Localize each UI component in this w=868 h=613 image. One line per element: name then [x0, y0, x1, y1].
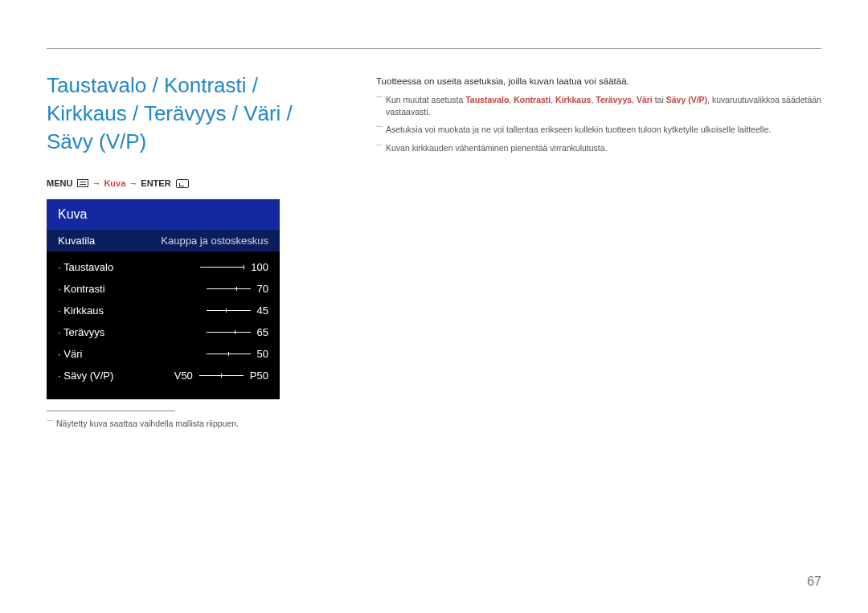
page-number: 67: [807, 574, 821, 589]
page-title: Taustavalo / Kontrasti / Kirkkaus / Terä…: [47, 72, 328, 156]
osd-tint-left: V50: [174, 370, 193, 382]
osd-tint-row[interactable]: Sävy (V/P)V50P50: [58, 365, 268, 386]
breadcrumb-enter: ENTER: [141, 178, 170, 188]
osd-slider-label: Väri: [58, 348, 82, 360]
bullet-2: Asetuksia voi muokata ja ne voi tallenta…: [376, 124, 821, 136]
footnote-left: Näytetty kuva saattaa vaihdella mallista…: [47, 418, 328, 430]
slider-track[interactable]: [207, 353, 251, 354]
bullet-1: Kun muutat asetusta Taustavalo, Kontrast…: [376, 94, 821, 117]
menu-icon: [77, 179, 88, 187]
slider-track[interactable]: [207, 332, 251, 333]
osd-slider-value: 45: [257, 304, 268, 317]
osd-panel: Kuva Kuvatila Kauppa ja ostoskeskus Taus…: [47, 199, 280, 399]
osd-slider-label: Kirkkaus: [58, 304, 104, 317]
osd-slider-row[interactable]: Kirkkaus45: [58, 300, 268, 321]
chevron-right-icon: →: [92, 178, 100, 188]
osd-slider-value: 65: [257, 326, 268, 338]
chevron-right-icon: →: [129, 178, 137, 188]
osd-slider-row[interactable]: Kontrasti70: [58, 278, 268, 300]
intro-text: Tuotteessa on useita asetuksia, joilla k…: [376, 76, 821, 86]
breadcrumb-kuva: Kuva: [104, 178, 125, 188]
osd-slider-value: 50: [257, 348, 268, 360]
osd-title: Kuva: [47, 199, 280, 230]
breadcrumb: MENU → Kuva → ENTER: [47, 178, 328, 188]
osd-slider-row[interactable]: Taustavalo100: [58, 256, 268, 278]
osd-slider-value: 100: [251, 261, 268, 273]
slider-track[interactable]: [207, 310, 251, 311]
osd-slider-value: 70: [257, 283, 268, 295]
slider-track[interactable]: [207, 288, 251, 289]
enter-icon: [176, 179, 189, 188]
osd-slider-label: Terävyys: [58, 326, 104, 338]
osd-tint-label: Sävy (V/P): [58, 370, 113, 382]
breadcrumb-menu: MENU: [47, 178, 72, 188]
osd-slider-label: Taustavalo: [58, 261, 113, 273]
osd-mode-label: Kuvatila: [58, 235, 95, 247]
osd-slider-row[interactable]: Väri50: [58, 343, 268, 365]
osd-mode-value: Kauppa ja ostoskeskus: [161, 235, 268, 247]
osd-mode-row[interactable]: Kuvatila Kauppa ja ostoskeskus: [47, 230, 280, 251]
osd-slider-label: Kontrasti: [58, 283, 105, 295]
slider-track[interactable]: [199, 375, 244, 376]
bullet-3: Kuvan kirkkauden vähentäminen pienentää …: [376, 142, 821, 154]
osd-slider-row[interactable]: Terävyys65: [58, 321, 268, 343]
osd-tint-right: P50: [250, 370, 268, 382]
slider-track[interactable]: [200, 267, 244, 268]
